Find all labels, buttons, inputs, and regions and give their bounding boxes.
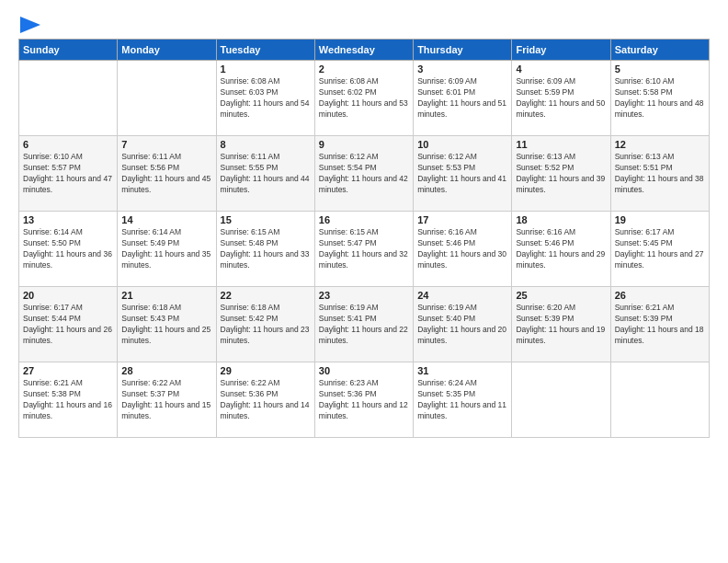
logo-arrow-icon	[20, 17, 40, 33]
day-number: 13	[23, 214, 113, 225]
day-info: Sunrise: 6:20 AM Sunset: 5:39 PM Dayligh…	[516, 303, 606, 347]
calendar-cell: 31Sunrise: 6:24 AM Sunset: 5:35 PM Dayli…	[414, 362, 512, 438]
day-info: Sunrise: 6:12 AM Sunset: 5:54 PM Dayligh…	[319, 152, 409, 196]
calendar-header-saturday: Saturday	[610, 40, 709, 61]
day-info: Sunrise: 6:14 AM Sunset: 5:50 PM Dayligh…	[23, 227, 113, 271]
day-info: Sunrise: 6:22 AM Sunset: 5:37 PM Dayligh…	[121, 378, 211, 422]
day-number: 11	[516, 139, 606, 150]
calendar-cell: 5Sunrise: 6:10 AM Sunset: 5:58 PM Daylig…	[610, 61, 709, 136]
day-number: 28	[121, 365, 211, 376]
calendar-header-row: SundayMondayTuesdayWednesdayThursdayFrid…	[19, 40, 710, 61]
day-number: 4	[516, 63, 606, 75]
calendar-cell: 14Sunrise: 6:14 AM Sunset: 5:49 PM Dayli…	[118, 212, 216, 287]
calendar-cell: 18Sunrise: 6:16 AM Sunset: 5:46 PM Dayli…	[512, 212, 610, 287]
day-info: Sunrise: 6:10 AM Sunset: 5:58 PM Dayligh…	[615, 76, 705, 121]
day-info: Sunrise: 6:19 AM Sunset: 5:41 PM Dayligh…	[319, 303, 409, 347]
calendar-week-3: 13Sunrise: 6:14 AM Sunset: 5:50 PM Dayli…	[19, 212, 710, 287]
day-info: Sunrise: 6:17 AM Sunset: 5:45 PM Dayligh…	[615, 227, 705, 271]
calendar-cell: 9Sunrise: 6:12 AM Sunset: 5:54 PM Daylig…	[314, 136, 413, 212]
calendar-cell	[19, 61, 118, 136]
calendar-cell: 6Sunrise: 6:10 AM Sunset: 5:57 PM Daylig…	[19, 136, 118, 212]
day-info: Sunrise: 6:21 AM Sunset: 5:38 PM Dayligh…	[23, 378, 113, 422]
day-number: 23	[319, 290, 409, 301]
day-number: 29	[221, 365, 311, 376]
day-info: Sunrise: 6:21 AM Sunset: 5:39 PM Dayligh…	[615, 303, 705, 347]
day-info: Sunrise: 6:16 AM Sunset: 5:46 PM Dayligh…	[417, 227, 507, 271]
calendar-cell: 20Sunrise: 6:17 AM Sunset: 5:44 PM Dayli…	[19, 287, 118, 362]
day-info: Sunrise: 6:08 AM Sunset: 6:03 PM Dayligh…	[221, 76, 311, 121]
day-number: 2	[319, 63, 409, 75]
day-info: Sunrise: 6:11 AM Sunset: 5:55 PM Dayligh…	[221, 152, 311, 196]
calendar-header-wednesday: Wednesday	[314, 40, 413, 61]
page: SundayMondayTuesdayWednesdayThursdayFrid…	[0, 0, 728, 563]
calendar-header-thursday: Thursday	[414, 40, 512, 61]
day-info: Sunrise: 6:24 AM Sunset: 5:35 PM Dayligh…	[417, 378, 507, 422]
calendar-week-4: 20Sunrise: 6:17 AM Sunset: 5:44 PM Dayli…	[19, 287, 710, 362]
day-number: 16	[319, 214, 409, 225]
day-number: 21	[121, 290, 211, 301]
calendar-header-tuesday: Tuesday	[216, 40, 314, 61]
day-number: 7	[121, 139, 211, 150]
day-number: 24	[417, 290, 507, 301]
calendar-cell: 4Sunrise: 6:09 AM Sunset: 5:59 PM Daylig…	[512, 61, 610, 136]
day-number: 20	[23, 290, 113, 301]
calendar-cell: 27Sunrise: 6:21 AM Sunset: 5:38 PM Dayli…	[19, 362, 118, 438]
calendar-cell: 16Sunrise: 6:15 AM Sunset: 5:47 PM Dayli…	[314, 212, 413, 287]
calendar-cell: 21Sunrise: 6:18 AM Sunset: 5:43 PM Dayli…	[118, 287, 216, 362]
day-info: Sunrise: 6:14 AM Sunset: 5:49 PM Dayligh…	[121, 227, 211, 271]
calendar-cell: 10Sunrise: 6:12 AM Sunset: 5:53 PM Dayli…	[414, 136, 512, 212]
day-number: 18	[516, 214, 606, 225]
calendar-cell: 8Sunrise: 6:11 AM Sunset: 5:55 PM Daylig…	[216, 136, 314, 212]
calendar-week-2: 6Sunrise: 6:10 AM Sunset: 5:57 PM Daylig…	[19, 136, 710, 212]
day-info: Sunrise: 6:23 AM Sunset: 5:36 PM Dayligh…	[319, 378, 409, 422]
day-number: 8	[221, 139, 311, 150]
calendar-cell: 28Sunrise: 6:22 AM Sunset: 5:37 PM Dayli…	[118, 362, 216, 438]
calendar-cell	[512, 362, 610, 438]
calendar-cell: 24Sunrise: 6:19 AM Sunset: 5:40 PM Dayli…	[414, 287, 512, 362]
day-number: 27	[23, 365, 113, 376]
calendar-table: SundayMondayTuesdayWednesdayThursdayFrid…	[18, 39, 710, 438]
calendar-cell: 1Sunrise: 6:08 AM Sunset: 6:03 PM Daylig…	[216, 61, 314, 136]
logo	[18, 17, 40, 29]
day-info: Sunrise: 6:17 AM Sunset: 5:44 PM Dayligh…	[23, 303, 113, 347]
day-info: Sunrise: 6:16 AM Sunset: 5:46 PM Dayligh…	[516, 227, 606, 271]
calendar-cell: 30Sunrise: 6:23 AM Sunset: 5:36 PM Dayli…	[314, 362, 413, 438]
calendar-cell: 12Sunrise: 6:13 AM Sunset: 5:51 PM Dayli…	[610, 136, 709, 212]
calendar-cell: 11Sunrise: 6:13 AM Sunset: 5:52 PM Dayli…	[512, 136, 610, 212]
day-info: Sunrise: 6:19 AM Sunset: 5:40 PM Dayligh…	[417, 303, 507, 347]
svg-marker-0	[20, 17, 40, 33]
day-number: 31	[417, 365, 507, 376]
calendar-cell	[610, 362, 709, 438]
calendar-week-1: 1Sunrise: 6:08 AM Sunset: 6:03 PM Daylig…	[19, 61, 710, 136]
day-info: Sunrise: 6:18 AM Sunset: 5:42 PM Dayligh…	[221, 303, 311, 347]
day-info: Sunrise: 6:09 AM Sunset: 6:01 PM Dayligh…	[417, 76, 507, 121]
calendar-header-friday: Friday	[512, 40, 610, 61]
day-number: 25	[516, 290, 606, 301]
day-info: Sunrise: 6:22 AM Sunset: 5:36 PM Dayligh…	[221, 378, 311, 422]
calendar-header-sunday: Sunday	[19, 40, 118, 61]
calendar-cell: 15Sunrise: 6:15 AM Sunset: 5:48 PM Dayli…	[216, 212, 314, 287]
calendar-cell: 25Sunrise: 6:20 AM Sunset: 5:39 PM Dayli…	[512, 287, 610, 362]
day-number: 12	[615, 139, 705, 150]
day-number: 3	[417, 63, 507, 75]
day-number: 14	[121, 214, 211, 225]
day-info: Sunrise: 6:15 AM Sunset: 5:48 PM Dayligh…	[221, 227, 311, 271]
day-number: 10	[417, 139, 507, 150]
calendar-cell: 19Sunrise: 6:17 AM Sunset: 5:45 PM Dayli…	[610, 212, 709, 287]
day-number: 1	[221, 63, 311, 75]
day-number: 9	[319, 139, 409, 150]
day-number: 22	[221, 290, 311, 301]
day-number: 5	[615, 63, 705, 75]
day-info: Sunrise: 6:11 AM Sunset: 5:56 PM Dayligh…	[121, 152, 211, 196]
day-info: Sunrise: 6:13 AM Sunset: 5:51 PM Dayligh…	[615, 152, 705, 196]
day-number: 17	[417, 214, 507, 225]
day-number: 26	[615, 290, 705, 301]
day-number: 19	[615, 214, 705, 225]
day-info: Sunrise: 6:15 AM Sunset: 5:47 PM Dayligh…	[319, 227, 409, 271]
calendar-cell: 2Sunrise: 6:08 AM Sunset: 6:02 PM Daylig…	[314, 61, 413, 136]
calendar-week-5: 27Sunrise: 6:21 AM Sunset: 5:38 PM Dayli…	[19, 362, 710, 438]
calendar-cell	[118, 61, 216, 136]
calendar-cell: 3Sunrise: 6:09 AM Sunset: 6:01 PM Daylig…	[414, 61, 512, 136]
day-info: Sunrise: 6:10 AM Sunset: 5:57 PM Dayligh…	[23, 152, 113, 196]
day-info: Sunrise: 6:12 AM Sunset: 5:53 PM Dayligh…	[417, 152, 507, 196]
